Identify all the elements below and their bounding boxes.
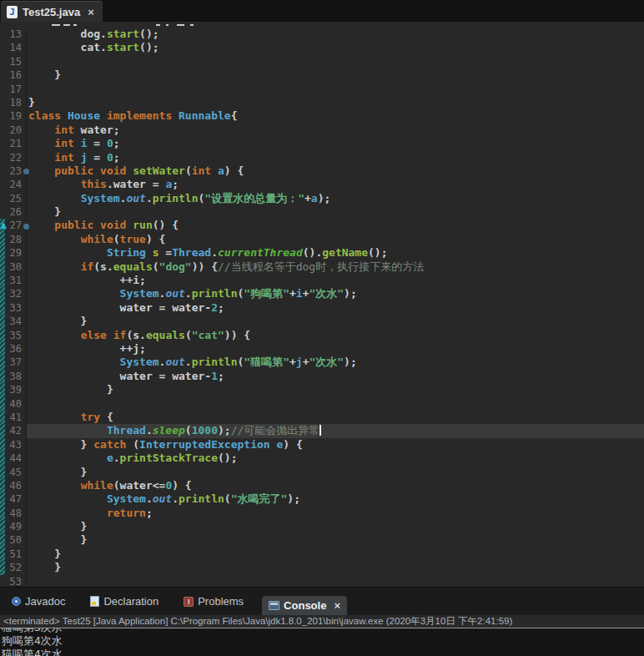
line-number[interactable]: 13 [5,28,27,41]
code-text[interactable]: water = water-2; [27,301,644,315]
code-text[interactable]: cat.start(); [27,41,644,54]
code-line[interactable]: 47 System.out.println("水喝完了"); [0,492,644,506]
code-text[interactable]: int water; [27,124,644,137]
code-text[interactable]: } catch (InterruptedException e) { [27,438,644,452]
line-number[interactable]: 40 [5,397,27,411]
code-line[interactable]: 37 System.out.println("猫喝第"+j+"次水"); [0,356,644,369]
code-text[interactable] [27,575,644,587]
code-line[interactable]: 34 } [0,315,644,328]
line-number[interactable]: 52 [5,561,27,574]
code-line[interactable]: 48 return; [0,507,644,520]
code-line[interactable]: 51 } [0,548,644,561]
code-line[interactable]: 26 } [0,205,644,219]
code-text[interactable]: ++j; [27,342,644,356]
code-text[interactable]: int i = 0; [27,137,644,150]
code-text[interactable]: class House implements Runnable{ [27,109,644,123]
code-text[interactable]: String s =Thread.currentThread().getName… [27,246,644,260]
code-line[interactable]: 43 } catch (InterruptedException e) { [0,438,644,452]
code-line[interactable]: 35 else if(s.equals("cat")) { [0,329,644,342]
line-number[interactable]: 27 [5,219,27,232]
code-line[interactable]: 22 int j = 0; [0,151,644,164]
code-text[interactable]: while(water<=0) { [27,479,644,492]
code-text[interactable]: while(true) { [27,233,644,246]
code-line[interactable]: 28 while(true) { [0,233,644,246]
tab-problems[interactable]: ! Problems [177,592,250,612]
line-number[interactable]: 44 [5,452,27,465]
code-line[interactable]: 29 String s =Thread.currentThread().getN… [0,246,644,260]
line-number[interactable]: 20 [5,124,27,137]
line-number[interactable]: 17 [5,83,27,96]
code-line[interactable]: 18} [0,96,644,109]
code-text[interactable]: dog.start(); [27,28,644,41]
code-text[interactable]: this.water = a; [27,178,644,191]
code-line[interactable]: 44 e.printStackTrace(); [0,452,644,465]
line-number[interactable]: 42 [5,424,27,437]
line-number[interactable]: 39 [5,383,27,396]
code-line[interactable]: 15 [0,55,644,68]
code-line[interactable]: 20 int water; [0,124,644,137]
code-text[interactable]: return; [27,507,644,520]
code-text[interactable]: System.out.println("猫喝第"+j+"次水"); [27,356,644,369]
code-line[interactable]: 27 public void run() { [0,219,644,232]
code-line[interactable]: 53 [0,575,644,587]
line-number[interactable]: 49 [5,520,27,533]
line-number[interactable]: 48 [5,507,27,520]
line-number[interactable]: 31 [5,274,27,287]
code-line[interactable]: 13 dog.start(); [0,28,644,41]
code-line[interactable]: 49 } [0,520,644,533]
code-line[interactable]: 39 } [0,383,644,396]
code-text[interactable]: public void run() { [27,219,644,232]
code-text[interactable]: } [27,96,644,109]
line-number[interactable]: 25 [5,192,27,205]
code-line[interactable]: 50 } [0,533,644,547]
code-line[interactable]: 17 [0,83,644,96]
code-text[interactable]: if(s.equals("dog")) {//当线程名等于dog时，执行接下来的… [27,260,644,274]
line-number[interactable]: 36 [5,342,27,356]
code-line[interactable]: 25 System.out.println("设置水的总量为："+a); [0,192,644,205]
code-text[interactable]: } [27,548,644,561]
code-line[interactable]: 33 water = water-2; [0,301,644,315]
code-text[interactable]: } [27,520,644,533]
code-line[interactable]: 40 [0,397,644,411]
code-text[interactable]: } [27,205,644,219]
line-number[interactable]: 51 [5,548,27,561]
code-text[interactable]: water = water-1; [27,370,644,383]
code-line[interactable]: 38 water = water-1; [0,370,644,383]
code-text[interactable]: else if(s.equals("cat")) { [27,329,644,342]
tab-test25-java[interactable]: J Test25.java × [1,1,103,22]
code-text[interactable]: System.out.println("设置水的总量为："+a); [27,192,644,205]
code-line[interactable]: 46 while(water<=0) { [0,479,644,492]
line-number[interactable]: 50 [5,533,27,547]
tab-declaration[interactable]: Declaration [83,592,165,612]
tab-close-icon[interactable]: × [88,6,94,18]
line-number[interactable]: 53 [5,575,27,587]
code-text[interactable]: Thread.sleep(1000);//可能会抛出异常 [27,424,644,437]
code-line[interactable]: 36 ++j; [0,342,644,356]
tab-javadoc[interactable]: Javadoc [5,592,72,612]
line-number[interactable]: 28 [5,233,27,246]
line-number[interactable]: 18 [5,96,27,109]
line-number[interactable]: 35 [5,329,27,342]
line-number[interactable]: 37 [5,356,27,369]
line-number[interactable]: 30 [5,260,27,274]
console-tab-close-icon[interactable]: × [334,599,340,612]
line-number[interactable]: 34 [5,315,27,328]
code-line[interactable]: 52 } [0,561,644,574]
line-number[interactable]: 15 [5,55,27,68]
code-line[interactable]: 42 Thread.sleep(1000);//可能会抛出异常 [0,424,644,437]
code-text[interactable]: } [27,68,644,82]
code-text[interactable]: } [27,315,644,328]
line-number[interactable]: 16 [5,68,27,82]
line-number[interactable]: 47 [5,492,27,506]
code-line[interactable]: 31 ++i; [0,274,644,287]
code-text[interactable]: System.out.println("水喝完了"); [27,492,644,506]
line-number[interactable]: 43 [5,438,27,452]
code-text[interactable]: } [27,466,644,479]
line-number[interactable]: 38 [5,370,27,383]
line-number[interactable]: 33 [5,301,27,315]
code-text[interactable]: e.printStackTrace(); [27,452,644,465]
line-number[interactable]: 22 [5,151,27,164]
code-text[interactable]: try { [27,411,644,424]
code-line[interactable]: 23 public void setWater(int a) { [0,164,644,178]
line-number[interactable]: 14 [5,41,27,54]
